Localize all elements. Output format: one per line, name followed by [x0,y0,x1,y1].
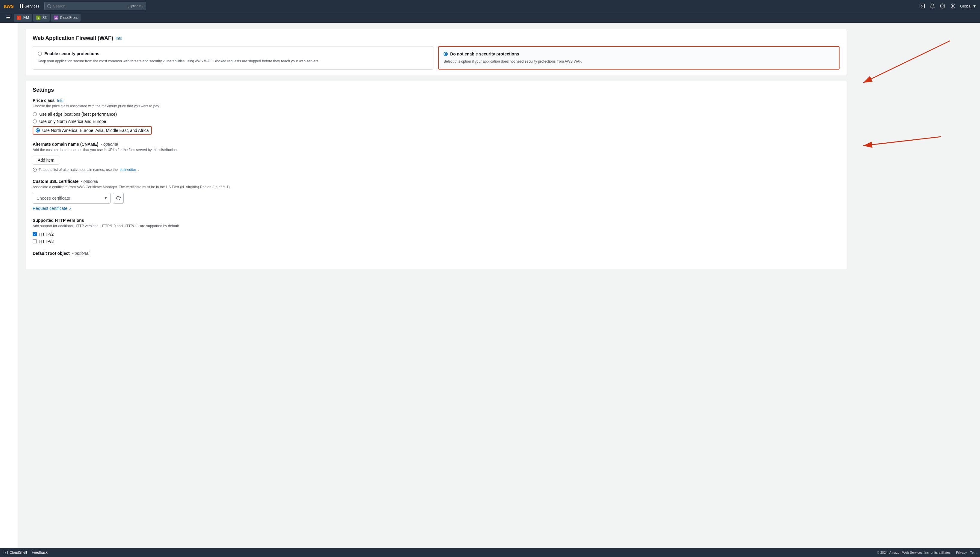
ssl-desc: Associate a certificate from AWS Certifi… [32,184,839,190]
radio-all-edges[interactable] [32,112,37,116]
tab-s3[interactable]: S S3 [33,14,50,21]
search-input[interactable] [53,4,113,8]
price-radio-na-eu-asia-wrapper[interactable]: Use North America, Europe, Asia, Middle … [32,126,152,135]
ssl-label: Custom SSL certificate - optional [32,179,839,184]
default-root-label: Default root object - optional [32,251,839,256]
iam-icon: I [17,16,21,20]
price-class-label: Price class Info [32,98,839,103]
alternate-domain-group: Alternate domain name (CNAME) - optional… [32,142,839,172]
external-link-icon: ↗ [68,207,71,210]
bottom-left: CloudShell Feedback [3,550,48,555]
svg-point-8 [952,5,953,7]
tab-iam[interactable]: I IAM [14,14,32,21]
price-class-info-link[interactable]: Info [57,98,63,103]
svg-rect-1 [22,4,23,6]
price-class-group: Price class Info Choose the price class … [32,98,839,135]
bulk-editor-link[interactable]: bulk editor [120,168,136,172]
refresh-button[interactable] [113,193,124,204]
cloudshell-button[interactable]: CloudShell [3,550,27,555]
price-radio-all[interactable]: Use all edge locations (best performance… [32,112,839,117]
s3-icon: S [36,16,41,20]
waf-option1-desc: Keep your application secure from the mo… [38,59,428,64]
price-class-desc: Choose the price class associated with t… [32,103,839,109]
settings-title: Settings [32,87,839,93]
svg-rect-5 [920,4,924,8]
ssl-select-container: Choose certificate ▼ [32,193,839,204]
terms-link[interactable]: Te... [970,551,977,554]
right-panel [854,23,980,557]
bottom-bar: CloudShell Feedback © 2024, Amazon Web S… [0,548,980,557]
radio-na-eu[interactable] [32,119,37,124]
price-radio-na-eu[interactable]: Use only North America and Europe [32,119,839,124]
hamburger-menu[interactable]: ☰ [3,13,13,21]
certificate-select[interactable]: Choose certificate [32,193,110,204]
http-versions-group: Supported HTTP versions Add support for … [32,218,839,244]
left-sidebar [0,23,18,557]
radio-enable[interactable] [38,52,42,56]
svg-rect-3 [22,6,23,8]
waf-option-disable[interactable]: Do not enable security protections Selec… [438,46,839,70]
content-area: Web Application Firewall (WAF) Info Enab… [0,23,980,557]
waf-title: Web Application Firewall (WAF) Info [32,35,839,41]
nav-right: Global ▼ [920,3,977,9]
waf-section: Web Application Firewall (WAF) Info Enab… [25,29,847,76]
top-nav: aws Services [Option+S] [0,0,980,12]
radio-na-eu-asia[interactable] [36,128,40,132]
http3-checkbox[interactable] [32,239,37,243]
svg-rect-15 [4,551,8,554]
alternate-domain-desc: Add the custom domain names that you use… [32,147,839,153]
request-cert-link[interactable]: Request certificate ↗ [32,206,71,211]
search-bar[interactable]: [Option+S] [44,2,146,10]
ssl-certificate-group: Custom SSL certificate - optional Associ… [32,179,839,211]
privacy-link[interactable]: Privacy [956,551,967,554]
waf-option-enable[interactable]: Enable security protections Keep your ap… [32,46,433,70]
waf-info-link[interactable]: Info [115,36,122,41]
cloudshell-icon [3,550,8,555]
refresh-icon [116,196,121,200]
tab-cloudfront[interactable]: ☁ CloudFront [51,14,81,21]
help-icon[interactable] [940,3,945,9]
http-versions-label: Supported HTTP versions [32,218,839,223]
feedback-button[interactable]: Feedback [32,550,48,555]
svg-line-13 [863,41,950,83]
svg-rect-2 [20,6,21,8]
request-cert-wrapper: Request certificate ↗ [32,206,839,211]
http-versions-desc: Add support for additional HTTP versions… [32,223,839,229]
settings-icon[interactable] [950,3,956,9]
add-item-button[interactable]: Add item [32,156,59,164]
http2-option[interactable]: ✓ HTTP/2 [32,232,839,236]
terminal-icon[interactable] [920,3,925,9]
http3-option[interactable]: HTTP/3 [32,239,839,244]
bottom-copyright: © 2024, Amazon Web Services, Inc. or its… [877,551,977,554]
cloudfront-icon: ☁ [54,16,58,20]
waf-options: Enable security protections Keep your ap… [32,46,839,70]
search-icon [47,4,51,8]
svg-rect-0 [20,4,21,6]
global-button[interactable]: Global ▼ [960,4,977,8]
service-tabs-bar: ☰ I IAM S S3 ☁ CloudFront [0,12,980,23]
alternate-domain-info: To add a list of alternative domain name… [32,168,839,172]
bell-icon[interactable] [930,3,935,9]
annotation-arrows [854,23,980,203]
grid-icon [20,4,23,8]
http2-checkbox[interactable]: ✓ [32,232,37,236]
services-button[interactable]: Services [17,3,42,10]
settings-section: Settings Price class Info Choose the pri… [25,81,847,269]
alternate-domain-label: Alternate domain name (CNAME) - optional [32,142,839,147]
certificate-dropdown-wrapper: Choose certificate ▼ [32,193,110,204]
search-shortcut: [Option+S] [128,4,143,8]
aws-logo[interactable]: aws [3,3,14,9]
svg-line-14 [863,137,941,146]
default-root-group: Default root object - optional [32,251,839,256]
waf-option2-desc: Select this option if your application d… [444,59,834,64]
radio-disable[interactable] [444,52,448,56]
main-panel: Web Application Firewall (WAF) Info Enab… [18,23,854,557]
svg-point-4 [48,5,50,7]
info-circle-icon [32,168,37,172]
